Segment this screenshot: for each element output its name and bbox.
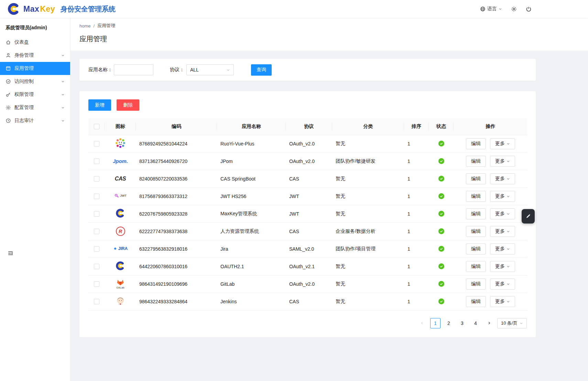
edit-button[interactable]: 编辑 — [466, 138, 486, 149]
pagination-prev-icon[interactable] — [417, 318, 427, 328]
status-enabled-icon — [438, 193, 444, 199]
delete-button[interactable]: 删除 — [117, 99, 139, 111]
settings-gear-icon[interactable] — [511, 6, 517, 12]
row-checkbox[interactable] — [94, 159, 99, 164]
sidebar-collapse-icon[interactable] — [8, 250, 13, 256]
edit-button[interactable]: 编辑 — [466, 226, 486, 237]
table-header-row: 图标 编码 应用名称 协议 分类 排序 状态 操作 — [88, 118, 527, 135]
sidebar-item-applications[interactable]: 应用管理 — [0, 62, 70, 75]
brand: Max Key 身份安全管理系统 — [7, 2, 116, 16]
app-name: JWT HS256 — [217, 187, 286, 205]
sidebar-item-label: 访问控制 — [14, 78, 34, 85]
sidebar-item-identity[interactable]: 身份管理 — [0, 49, 70, 62]
edit-button[interactable]: 编辑 — [466, 208, 486, 219]
page-header: home / 应用管理 应用管理 — [70, 18, 588, 51]
floating-tool-button[interactable] — [522, 209, 535, 224]
select-all-checkbox[interactable] — [94, 124, 99, 129]
status-enabled-icon — [438, 158, 444, 164]
sidebar-item-label: 身份管理 — [14, 52, 34, 58]
edit-button[interactable]: 编辑 — [466, 243, 486, 254]
chevron-down-icon — [520, 322, 523, 325]
apps-table: 图标 编码 应用名称 协议 分类 排序 状态 操作 — [88, 118, 527, 311]
row-checkbox[interactable] — [94, 229, 99, 234]
more-button[interactable]: 更多 — [490, 261, 515, 272]
sidebar-item-permissions[interactable]: 权限管理 — [0, 88, 70, 101]
app-code: 817568793663373312 — [136, 187, 217, 205]
row-checkbox[interactable] — [94, 264, 99, 269]
user-icon — [6, 53, 11, 58]
page-size-select[interactable]: 10 条/页 — [497, 318, 527, 328]
pen-tool-icon — [525, 214, 531, 219]
sidebar-item-configuration[interactable]: 配置管理 — [0, 101, 70, 114]
protocol-label: 协议： — [170, 67, 184, 73]
pagination-next-icon[interactable] — [484, 318, 494, 328]
hr-icon: R — [116, 227, 125, 236]
chevron-down-icon — [61, 106, 65, 109]
row-checkbox[interactable] — [94, 211, 99, 217]
more-button[interactable]: 更多 — [490, 173, 515, 184]
app-code: 622227747938373638 — [136, 222, 217, 240]
app-code: 824008507220033536 — [136, 170, 217, 187]
more-button[interactable]: 更多 — [490, 279, 515, 290]
more-button[interactable]: 更多 — [490, 296, 515, 307]
app-sort: 1 — [404, 275, 429, 293]
pagination-page-2[interactable]: 2 — [444, 318, 454, 328]
chevron-down-icon — [61, 54, 65, 57]
chevron-down-icon — [507, 230, 510, 233]
sidebar-item-dashboard[interactable]: 仪表盘 — [0, 36, 70, 49]
more-button[interactable]: 更多 — [490, 138, 515, 149]
edit-button[interactable]: 编辑 — [466, 156, 486, 167]
ruoyi-icon — [115, 138, 126, 149]
app-code: 876892492581044224 — [136, 135, 217, 152]
app-name: GitLab — [217, 275, 286, 293]
app-protocol: CAS — [286, 170, 332, 187]
table-row: CAS 824008507220033536 CAS SpringBoot CA… — [88, 170, 527, 187]
app-protocol: JWT — [286, 205, 332, 222]
app-name: OAUTH2.1 — [217, 258, 286, 275]
search-button[interactable]: 查询 — [251, 64, 272, 76]
sidebar-item-audit-log[interactable]: 日志审计 — [0, 114, 70, 127]
row-checkbox[interactable] — [94, 141, 99, 146]
maxkey-logo-icon — [7, 2, 21, 16]
more-button[interactable]: 更多 — [490, 208, 515, 219]
more-button[interactable]: 更多 — [490, 226, 515, 237]
gitlab-icon: GitLab — [116, 279, 124, 289]
app-protocol: OAuth_v2.0 — [286, 275, 332, 293]
breadcrumb-separator: / — [94, 23, 95, 29]
edit-button[interactable]: 编辑 — [466, 261, 486, 272]
more-button[interactable]: 更多 — [490, 243, 515, 254]
row-checkbox[interactable] — [94, 246, 99, 252]
status-enabled-icon — [438, 176, 444, 182]
app-category: 暂无 — [332, 258, 404, 275]
edit-button[interactable]: 编辑 — [466, 191, 486, 202]
protocol-select-value: ALL — [190, 67, 199, 73]
pagination-page-3[interactable]: 3 — [457, 318, 467, 328]
pagination-page-4[interactable]: 4 — [470, 318, 481, 328]
app-name-input[interactable] — [114, 64, 153, 75]
edit-button[interactable]: 编辑 — [466, 173, 486, 184]
more-button[interactable]: 更多 — [490, 191, 515, 202]
logout-icon[interactable] — [526, 6, 532, 12]
language-selector[interactable]: 语言 — [480, 6, 502, 12]
row-checkbox[interactable] — [94, 281, 99, 287]
page-size-value: 10 条/页 — [501, 320, 518, 326]
edit-button[interactable]: 编辑 — [466, 296, 486, 307]
breadcrumb-home[interactable]: home — [79, 23, 91, 29]
row-checkbox[interactable] — [94, 194, 99, 199]
sidebar-item-label: 应用管理 — [14, 65, 34, 72]
content-area: 应用名称： 协议： ALL 查询 新增 删除 — [70, 51, 588, 381]
col-header-icon: 图标 — [105, 118, 136, 135]
row-checkbox[interactable] — [94, 299, 99, 304]
chevron-down-icon — [507, 265, 510, 268]
sidebar-item-access-control[interactable]: 访问控制 — [0, 75, 70, 88]
current-user: 系统管理员(admin) — [0, 18, 70, 36]
more-button[interactable]: 更多 — [490, 156, 515, 167]
edit-button[interactable]: 编辑 — [466, 279, 486, 290]
protocol-select[interactable]: ALL — [186, 64, 234, 75]
row-checkbox[interactable] — [94, 176, 99, 182]
pagination-page-1[interactable]: 1 — [430, 318, 440, 328]
add-button[interactable]: 新增 — [88, 99, 111, 111]
brand-max: Max — [23, 4, 39, 14]
app-window-icon — [6, 66, 11, 71]
maxkey-icon — [115, 261, 126, 271]
